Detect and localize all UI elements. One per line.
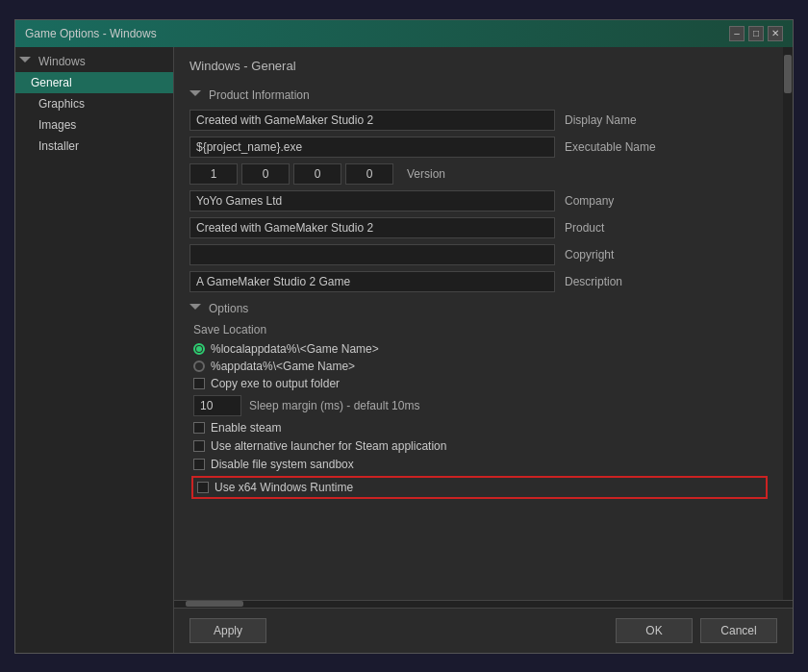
radio-localappdata-label: %localappdata%\<Game Name> <box>211 342 379 356</box>
content-area: Windows - General Product Information Di… <box>174 47 783 600</box>
options-section-header[interactable]: Options <box>189 302 768 315</box>
collapse-icon <box>19 57 31 66</box>
close-button[interactable]: ✕ <box>768 26 783 41</box>
company-row: Company <box>189 190 768 212</box>
executable-name-input[interactable] <box>189 137 555 158</box>
copyright-input[interactable] <box>189 244 555 265</box>
bottom-scrollbar-thumb[interactable] <box>186 601 243 607</box>
display-name-row: Display Name <box>189 110 768 131</box>
maximize-button[interactable]: □ <box>748 26 764 41</box>
version-v2-input[interactable] <box>241 163 290 185</box>
product-row: Product <box>189 217 768 238</box>
main-content: Windows - General Product Information Di… <box>174 47 793 653</box>
dialog-title: Game Options - Windows <box>25 27 157 40</box>
product-info-collapse-icon <box>189 90 201 100</box>
page-title: Windows - General <box>189 59 768 77</box>
use-x64-label: Use x64 Windows Runtime <box>215 481 353 494</box>
sidebar-general-label: General <box>31 76 72 89</box>
sidebar-graphics-label: Graphics <box>38 97 85 111</box>
use-x64-row: Use x64 Windows Runtime <box>191 476 768 499</box>
product-label: Product <box>565 221 604 235</box>
product-input[interactable] <box>189 217 555 238</box>
sidebar-item-images[interactable]: Images <box>15 114 173 136</box>
version-v3-input[interactable] <box>293 163 341 185</box>
ok-button[interactable]: OK <box>616 618 693 643</box>
content-scroll-wrapper: Windows - General Product Information Di… <box>174 47 793 600</box>
use-x64-checkbox[interactable] <box>197 482 209 493</box>
description-label: Description <box>565 275 622 288</box>
sleep-margin-input[interactable] <box>193 395 241 416</box>
sidebar-item-graphics[interactable]: Graphics <box>15 93 173 114</box>
sidebar-item-general[interactable]: General <box>15 72 173 93</box>
enable-steam-label: Enable steam <box>211 421 281 435</box>
title-bar: Game Options - Windows – □ ✕ <box>15 20 793 47</box>
sidebar-installer-label: Installer <box>38 139 79 153</box>
version-row: Version <box>189 163 768 185</box>
apply-button[interactable]: Apply <box>189 618 266 643</box>
radio-appdata[interactable] <box>193 361 205 372</box>
dialog-body: Windows General Graphics Images Installe… <box>15 47 793 653</box>
executable-name-label: Executable Name <box>565 140 656 154</box>
bottom-scrollbar[interactable] <box>174 600 793 608</box>
copy-exe-checkbox[interactable] <box>193 378 205 389</box>
product-info-section-header[interactable]: Product Information <box>189 88 768 102</box>
bottom-left-buttons: Apply <box>189 618 266 643</box>
sidebar: Windows General Graphics Images Installe… <box>15 47 174 653</box>
disable-sandbox-row: Disable file system sandbox <box>189 458 768 471</box>
title-bar-buttons: – □ ✕ <box>729 26 783 41</box>
enable-steam-row: Enable steam <box>189 421 768 435</box>
alt-launcher-row: Use alternative launcher for Steam appli… <box>189 439 768 453</box>
save-location-label: Save Location <box>189 323 768 336</box>
radio-localappdata[interactable] <box>193 343 205 355</box>
company-label: Company <box>565 194 614 208</box>
version-v1-input[interactable] <box>189 163 238 185</box>
sidebar-item-installer[interactable]: Installer <box>15 136 173 157</box>
radio-appdata-label: %appdata%\<Game Name> <box>211 360 355 373</box>
company-input[interactable] <box>189 190 555 212</box>
options-section: Save Location %localappdata%\<Game Name>… <box>189 323 768 499</box>
copyright-row: Copyright <box>189 244 768 265</box>
display-name-input[interactable] <box>189 110 555 131</box>
cancel-button[interactable]: Cancel <box>700 618 777 643</box>
description-row: Description <box>189 271 768 292</box>
sidebar-group-windows[interactable]: Windows <box>15 51 173 72</box>
sleep-margin-label: Sleep margin (ms) - default 10ms <box>249 399 419 412</box>
sleep-margin-row: Sleep margin (ms) - default 10ms <box>189 395 768 416</box>
disable-sandbox-checkbox[interactable] <box>193 459 205 470</box>
alt-launcher-label: Use alternative launcher for Steam appli… <box>211 439 446 453</box>
copy-exe-row: Copy exe to output folder <box>189 377 768 390</box>
description-input[interactable] <box>189 271 555 292</box>
sidebar-images-label: Images <box>38 118 76 132</box>
scrollbar-thumb[interactable] <box>784 55 792 93</box>
bottom-right-buttons: OK Cancel <box>616 618 777 643</box>
options-collapse-icon <box>189 304 201 313</box>
product-info-section-label: Product Information <box>209 88 310 102</box>
options-section-label: Options <box>209 302 248 315</box>
sidebar-group-label: Windows <box>38 55 86 68</box>
copy-exe-label: Copy exe to output folder <box>211 377 340 390</box>
version-label: Version <box>407 167 445 181</box>
executable-name-row: Executable Name <box>189 137 768 158</box>
bottom-bar: Apply OK Cancel <box>174 608 793 653</box>
radio-localappdata-row: %localappdata%\<Game Name> <box>189 342 768 356</box>
scrollbar-track[interactable] <box>783 47 793 600</box>
enable-steam-checkbox[interactable] <box>193 422 205 434</box>
copyright-label: Copyright <box>565 248 614 261</box>
game-options-dialog: Game Options - Windows – □ ✕ Windows Gen… <box>14 19 794 654</box>
version-v4-input[interactable] <box>345 163 393 185</box>
radio-appdata-row: %appdata%\<Game Name> <box>189 360 768 373</box>
display-name-label: Display Name <box>565 113 637 127</box>
minimize-button[interactable]: – <box>729 26 745 41</box>
alt-launcher-checkbox[interactable] <box>193 440 205 452</box>
disable-sandbox-label: Disable file system sandbox <box>211 458 354 471</box>
